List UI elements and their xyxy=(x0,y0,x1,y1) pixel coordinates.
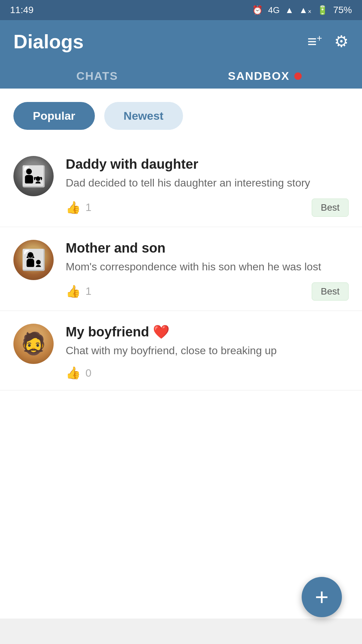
chat-item-daddy-daughter[interactable]: Daddy with daughter Dad decided to tell … xyxy=(0,143,362,227)
chat-footer-daddy-daughter: 👍 1 Best xyxy=(66,199,349,217)
like-row-mother-son: 👍 1 xyxy=(66,284,92,299)
thumbs-up-icon-2: 👍 xyxy=(66,284,81,299)
header-top: Dialogs ≡+ ⚙ xyxy=(13,30,349,63)
chat-item-my-boyfriend[interactable]: My boyfriend ❤️ Chat with my boyfriend, … xyxy=(0,311,362,391)
chat-body-my-boyfriend: My boyfriend ❤️ Chat with my boyfriend, … xyxy=(66,324,349,380)
chat-body-daddy-daughter: Daddy with daughter Dad decided to tell … xyxy=(66,156,349,217)
tab-sandbox[interactable]: SANDBOX xyxy=(181,63,349,89)
sandbox-notification-dot xyxy=(294,72,302,80)
like-count-daddy-daughter: 1 xyxy=(85,201,92,214)
filter-popular-button[interactable]: Popular xyxy=(13,102,95,130)
like-row-daddy-daughter: 👍 1 xyxy=(66,201,92,215)
chat-item-mother-son[interactable]: Mother and son Mom's correspondence with… xyxy=(0,227,362,311)
chat-desc-my-boyfriend: Chat with my boyfriend, close to breakin… xyxy=(66,343,349,358)
network-label: 4G xyxy=(268,5,280,15)
battery-level: 75% xyxy=(333,5,352,15)
status-time: 11:49 xyxy=(10,5,34,15)
chat-body-mother-son: Mother and son Mom's correspondence with… xyxy=(66,240,349,301)
like-count-mother-son: 1 xyxy=(85,285,92,298)
status-bar: 11:49 ⏰ 4G ▲ ▲ₓ 🔋 75% xyxy=(0,0,362,20)
add-list-button[interactable]: ≡+ xyxy=(307,34,322,50)
alarm-icon: ⏰ xyxy=(252,5,263,15)
chat-title-my-boyfriend: My boyfriend ❤️ xyxy=(66,324,349,340)
signal-icon: ▲ xyxy=(285,5,294,15)
avatar-mother-son xyxy=(13,240,54,280)
status-icons: ⏰ 4G ▲ ▲ₓ 🔋 75% xyxy=(252,5,352,15)
chat-desc-daddy-daughter: Dad decided to tell his daughter an inte… xyxy=(66,175,349,191)
filter-newest-button[interactable]: Newest xyxy=(104,102,183,130)
signal-x-icon: ▲ₓ xyxy=(299,5,312,15)
battery-icon: 🔋 xyxy=(317,5,328,15)
thumbs-up-icon-3: 👍 xyxy=(66,366,81,380)
add-chat-fab[interactable]: + xyxy=(302,577,342,617)
avatar-daddy-daughter xyxy=(13,156,54,196)
best-badge-daddy-daughter: Best xyxy=(312,199,349,217)
chat-title-mother-son: Mother and son xyxy=(66,240,349,256)
header-actions: ≡+ ⚙ xyxy=(307,34,349,50)
heart-icon: ❤️ xyxy=(153,324,170,339)
like-row-my-boyfriend: 👍 0 xyxy=(66,366,92,380)
settings-button[interactable]: ⚙ xyxy=(334,34,349,50)
avatar-my-boyfriend xyxy=(13,324,54,364)
chat-footer-mother-son: 👍 1 Best xyxy=(66,282,349,301)
tab-bar: CHATS SANDBOX xyxy=(13,63,349,89)
header: Dialogs ≡+ ⚙ CHATS SANDBOX xyxy=(0,20,362,89)
filter-row: Popular Newest xyxy=(0,102,362,143)
thumbs-up-icon: 👍 xyxy=(66,201,81,215)
like-count-my-boyfriend: 0 xyxy=(85,367,92,379)
tab-chats[interactable]: CHATS xyxy=(13,63,181,89)
best-badge-mother-son: Best xyxy=(312,282,349,301)
page-title: Dialogs xyxy=(13,30,84,53)
main-content: Popular Newest Daddy with daughter Dad d… xyxy=(0,89,362,619)
chat-desc-mother-son: Mom's correspondence with his son when h… xyxy=(66,259,349,274)
add-list-icon: ≡+ xyxy=(307,33,322,50)
gear-icon: ⚙ xyxy=(334,33,349,50)
chat-list: Daddy with daughter Dad decided to tell … xyxy=(0,143,362,390)
chat-footer-my-boyfriend: 👍 0 xyxy=(66,366,349,380)
sandbox-tab-label: SANDBOX xyxy=(228,69,290,83)
chat-title-daddy-daughter: Daddy with daughter xyxy=(66,156,349,172)
